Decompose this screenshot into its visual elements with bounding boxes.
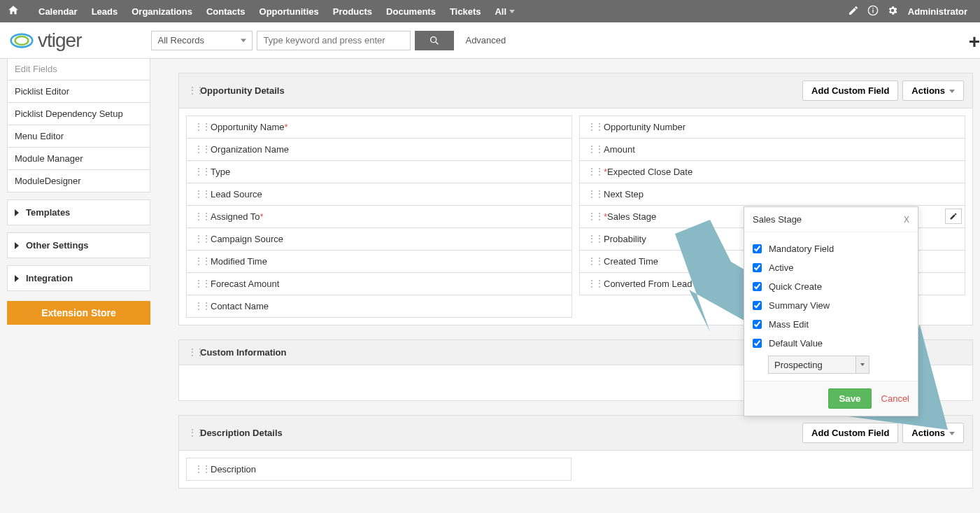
checkbox-mandatory-field[interactable] — [753, 244, 762, 253]
nav-organizations[interactable]: Organizations — [125, 6, 199, 17]
extension-store-button[interactable]: Extension Store — [7, 301, 150, 325]
drag-handle-icon[interactable] — [194, 464, 201, 475]
field-row[interactable]: Contact Name — [186, 295, 572, 318]
field-label: Modified Time — [211, 256, 267, 267]
checkbox-row: Summary View — [753, 296, 909, 315]
field-label: Contact Name — [211, 301, 269, 311]
drag-handle-icon[interactable] — [587, 144, 594, 155]
nav-leads[interactable]: Leads — [85, 6, 125, 17]
add-custom-field-button[interactable]: Add Custom Field — [802, 80, 898, 101]
gear-icon[interactable] — [887, 5, 898, 18]
add-custom-field-button[interactable]: Add Custom Field — [802, 423, 898, 443]
checkbox-summary-view[interactable] — [753, 301, 762, 310]
info-icon[interactable] — [867, 5, 879, 18]
field-label: Type — [211, 167, 230, 177]
nav-opportunities[interactable]: Opportunities — [253, 6, 326, 17]
sidebar-item-menu-editor[interactable]: Menu Editor — [7, 125, 150, 148]
field-row[interactable]: Amount — [579, 138, 965, 161]
checkbox-label: Summary View — [769, 300, 830, 311]
drag-handle-icon[interactable] — [194, 122, 201, 132]
field-row-description[interactable]: Description — [186, 458, 571, 481]
nav-documents[interactable]: Documents — [379, 6, 443, 17]
field-row[interactable]: Type — [186, 160, 572, 183]
sidebar-item-picklist-editor[interactable]: Picklist Editor — [7, 80, 150, 103]
sidebar-item-module-manager[interactable]: Module Manager — [7, 147, 150, 170]
sidebar-section-templates[interactable]: Templates — [7, 199, 150, 225]
field-row[interactable]: Campaign Source — [186, 227, 572, 251]
sidebar-section-other-settings[interactable]: Other Settings — [7, 232, 150, 258]
checkbox-label: Default Value — [769, 338, 823, 349]
field-row[interactable]: Opportunity Name * — [186, 115, 572, 139]
checkbox-label: Mass Edit — [769, 319, 809, 330]
drag-handle-icon[interactable] — [194, 189, 201, 199]
search-input[interactable] — [257, 31, 411, 50]
nav-all[interactable]: All — [488, 6, 522, 17]
field-row[interactable]: Assigned To * — [186, 205, 572, 228]
close-icon[interactable]: X — [904, 215, 909, 225]
home-icon[interactable] — [7, 4, 21, 18]
logo[interactable]: vtiger — [10, 29, 81, 52]
block-actions-button[interactable]: Actions — [902, 80, 964, 101]
admin-menu[interactable]: Administrator — [902, 6, 973, 17]
field-label: Forecast Amount — [211, 279, 279, 289]
drag-handle-icon[interactable] — [587, 279, 594, 289]
field-label: Campaign Source — [211, 234, 283, 244]
logo-text: vtiger — [38, 29, 81, 52]
sidebar-item-edit-fields[interactable]: Edit Fields — [7, 58, 150, 80]
checkbox-active[interactable] — [753, 263, 762, 272]
nav-products[interactable]: Products — [326, 6, 379, 17]
checkbox-default-value[interactable] — [753, 339, 762, 348]
field-row[interactable]: *Expected Close Date — [579, 160, 965, 183]
checkbox-row: Mass Edit — [753, 315, 909, 334]
sidebar-item-module-designer[interactable]: ModuleDesigner — [7, 169, 150, 192]
checkbox-mass-edit[interactable] — [753, 320, 762, 329]
nav-contacts[interactable]: Contacts — [199, 6, 253, 17]
drag-handle-icon[interactable] — [187, 85, 194, 96]
drag-handle-icon[interactable] — [587, 211, 594, 222]
popover-title: Sales Stage — [753, 214, 802, 225]
add-record-button[interactable]: + — [969, 31, 980, 53]
pencil-icon[interactable] — [848, 5, 859, 18]
fields-left-column: Opportunity Name *Organization NameTypeL… — [186, 115, 572, 318]
section-label: Other Settings — [26, 240, 89, 251]
default-value-select[interactable]: Prospecting — [768, 356, 869, 374]
advanced-search-link[interactable]: Advanced — [465, 35, 506, 45]
block-description-details: Description Details Add Custom Field Act… — [178, 415, 973, 489]
field-row[interactable]: Opportunity Number — [579, 115, 965, 139]
drag-handle-icon[interactable] — [187, 347, 194, 358]
drag-handle-icon[interactable] — [587, 256, 594, 267]
drag-handle-icon[interactable] — [194, 256, 201, 267]
drag-handle-icon[interactable] — [194, 234, 201, 244]
drag-handle-icon[interactable] — [194, 301, 201, 311]
drag-handle-icon[interactable] — [194, 144, 201, 155]
drag-handle-icon[interactable] — [187, 428, 194, 438]
edit-field-icon[interactable] — [945, 209, 962, 224]
drag-handle-icon[interactable] — [587, 167, 594, 177]
drag-handle-icon[interactable] — [194, 211, 201, 222]
cancel-link[interactable]: Cancel — [881, 393, 909, 404]
save-button[interactable]: Save — [828, 388, 871, 409]
field-label: Sales Stage — [607, 211, 656, 222]
field-row[interactable]: Lead Source — [186, 183, 572, 206]
field-row[interactable]: Modified Time — [186, 250, 572, 273]
drag-handle-icon[interactable] — [194, 279, 201, 289]
drag-handle-icon[interactable] — [587, 189, 594, 199]
chevron-right-icon — [15, 275, 19, 282]
field-row[interactable]: Next Step — [579, 183, 965, 206]
field-row[interactable]: Organization Name — [186, 138, 572, 161]
sidebar-section-integration[interactable]: Integration — [7, 265, 150, 291]
checkbox-row: Default Value — [753, 334, 909, 353]
search-button[interactable] — [415, 31, 454, 50]
drag-handle-icon[interactable] — [587, 234, 594, 244]
block-actions-button[interactable]: Actions — [902, 423, 964, 443]
checkbox-label: Quick Create — [769, 281, 822, 292]
drag-handle-icon[interactable] — [194, 167, 201, 177]
drag-handle-icon[interactable] — [587, 122, 594, 132]
checkbox-quick-create[interactable] — [753, 282, 762, 291]
nav-calendar[interactable]: Calendar — [31, 6, 85, 17]
nav-tickets[interactable]: Tickets — [443, 6, 488, 17]
content-area: Opportunity Details Add Custom Field Act… — [157, 59, 980, 503]
field-row[interactable]: Forecast Amount — [186, 272, 572, 295]
record-scope-select[interactable]: All Records — [151, 31, 253, 50]
sidebar-item-picklist-dependency[interactable]: Picklist Dependency Setup — [7, 102, 150, 125]
